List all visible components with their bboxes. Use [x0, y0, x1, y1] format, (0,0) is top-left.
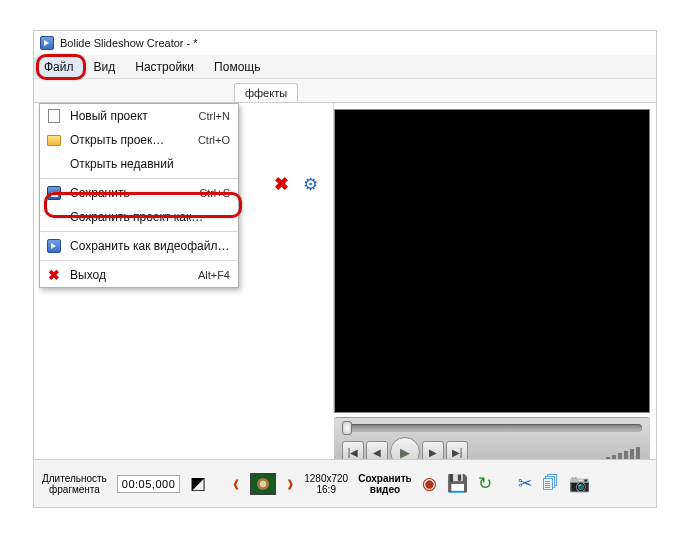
duration-value[interactable]: 00:05,000	[117, 475, 180, 493]
menu-item-label: Сохранить как видеофайл…	[70, 239, 230, 253]
video-preview	[334, 109, 650, 413]
titlebar: Bolide Slideshow Creator - *	[34, 31, 656, 55]
shortcut-label: Ctrl+O	[198, 134, 230, 146]
camera-icon[interactable]: 📷	[569, 473, 590, 494]
menu-item-save[interactable]: Сохранить Ctrl+S	[40, 181, 238, 205]
gear-icon[interactable]: ⚙	[303, 174, 318, 195]
menu-view[interactable]: Вид	[84, 57, 126, 77]
menu-item-exit[interactable]: ✖ Выход Alt+F4	[40, 263, 238, 287]
menu-item-save-project-as[interactable]: Сохранить проект как…	[40, 205, 238, 229]
duration-label: Длительность фрагмента	[42, 473, 107, 495]
menu-item-save-as-video[interactable]: Сохранить как видеофайл…	[40, 234, 238, 258]
menu-help[interactable]: Помощь	[204, 57, 270, 77]
save-icon[interactable]: 💾	[447, 473, 468, 494]
app-icon	[40, 36, 54, 50]
menu-settings[interactable]: Настройки	[125, 57, 204, 77]
menu-item-label: Сохранить проект как…	[70, 210, 230, 224]
blank-icon	[46, 156, 62, 172]
save-icon	[46, 185, 62, 201]
left-pane: Новый проект Ctrl+N Открыть проек… Ctrl+…	[34, 103, 334, 413]
separator	[40, 231, 238, 232]
seek-bar[interactable]	[342, 424, 642, 432]
shortcut-label: Ctrl+N	[199, 110, 230, 122]
delete-icon[interactable]: ✖	[274, 173, 289, 195]
right-bracket-icon[interactable]: ❱	[286, 478, 294, 489]
menu-item-label: Выход	[70, 268, 190, 282]
save-video-label[interactable]: Сохранить видео	[358, 473, 412, 495]
left-bracket-icon[interactable]: ❰	[232, 478, 240, 489]
copy-icon[interactable]: 🗐	[542, 474, 559, 494]
shortcut-label: Alt+F4	[198, 269, 230, 281]
menu-item-open-recent[interactable]: Открыть недавний	[40, 152, 238, 176]
menu-item-label: Открыть недавний	[70, 157, 230, 171]
contrast-icon[interactable]: ◩	[190, 473, 206, 494]
resolution-label: 1280x720 16:9	[304, 473, 348, 495]
disc-icon[interactable]: ◉	[422, 473, 437, 494]
menu-file[interactable]: Файл	[34, 57, 84, 77]
blank-icon	[46, 209, 62, 225]
statusbar: Длительность фрагмента 00:05,000 ◩ ❰ ❱ 1…	[34, 459, 656, 507]
menu-item-label: Новый проект	[70, 109, 191, 123]
tabstrip: ффекты	[34, 79, 656, 103]
window-title: Bolide Slideshow Creator - *	[60, 37, 198, 49]
separator	[40, 260, 238, 261]
seek-handle[interactable]	[342, 421, 352, 435]
tab-effects[interactable]: ффекты	[234, 83, 298, 102]
tool-icons: ✖ ⚙	[274, 173, 318, 195]
close-icon: ✖	[46, 267, 62, 283]
content-area: Новый проект Ctrl+N Открыть проек… Ctrl+…	[34, 103, 656, 413]
separator	[40, 178, 238, 179]
scissors-icon[interactable]: ✂	[518, 473, 532, 494]
folder-icon	[46, 132, 62, 148]
clip-thumbnail[interactable]	[250, 473, 276, 495]
menu-item-new-project[interactable]: Новый проект Ctrl+N	[40, 104, 238, 128]
video-icon	[46, 238, 62, 254]
menu-item-label: Открыть проек…	[70, 133, 190, 147]
menubar: Файл Вид Настройки Помощь	[34, 55, 656, 79]
app-window: Bolide Slideshow Creator - * Файл Вид На…	[33, 30, 657, 508]
menu-item-open-project[interactable]: Открыть проек… Ctrl+O	[40, 128, 238, 152]
file-menu-dropdown: Новый проект Ctrl+N Открыть проек… Ctrl+…	[39, 103, 239, 288]
page-icon	[46, 108, 62, 124]
refresh-icon[interactable]: ↻	[478, 473, 492, 494]
shortcut-label: Ctrl+S	[199, 187, 230, 199]
menu-item-label: Сохранить	[70, 186, 191, 200]
